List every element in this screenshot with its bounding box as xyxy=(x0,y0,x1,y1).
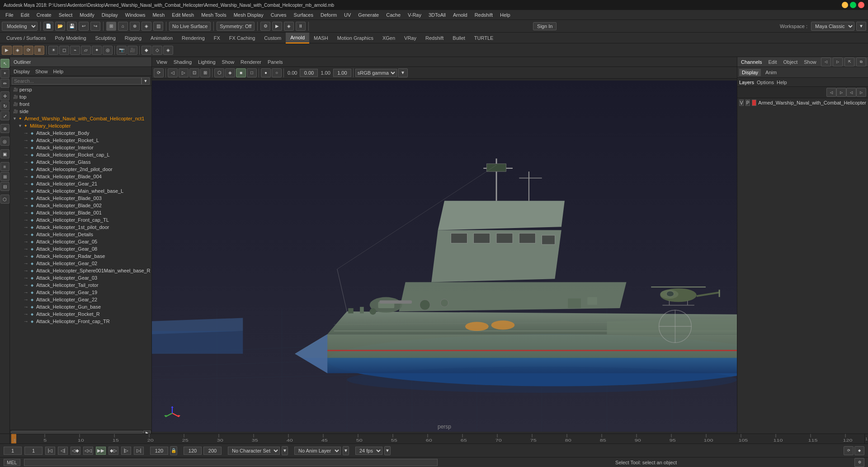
channel-box-btn[interactable]: ⊟ xyxy=(0,182,9,191)
arnold-shader2-btn[interactable]: ◇ xyxy=(152,46,162,55)
menu-help[interactable]: Help xyxy=(496,11,514,19)
vp-icon-1[interactable]: ⟳ xyxy=(154,68,164,77)
move-tool-btn[interactable]: ✛ xyxy=(0,91,9,100)
close-btn[interactable] xyxy=(858,2,864,8)
outliner-item-persp[interactable]: 🎥 persp xyxy=(10,86,151,93)
list-item[interactable]: →◆Attack_Helicopter_Details xyxy=(10,231,151,238)
set-key-btn[interactable]: ◆ xyxy=(854,446,864,455)
help-tab[interactable]: Help xyxy=(777,80,787,85)
outliner-item-heli-group[interactable]: ▼ ✦ Military_Helicopter xyxy=(10,122,151,129)
vp-icon-wire[interactable]: □ xyxy=(247,68,257,77)
vp-icon-5[interactable]: ⊞ xyxy=(200,68,210,77)
vp-icon-8[interactable]: ● xyxy=(261,68,271,77)
step-fwd-btn[interactable]: |▷ xyxy=(121,447,131,455)
snap-point-btn[interactable]: ⊕ xyxy=(130,22,140,31)
list-item[interactable]: →◆Attack_Helicopter_1st_pilot_door xyxy=(10,224,151,231)
arnold-area-light-btn[interactable]: ▱ xyxy=(81,46,91,55)
vp-icon-9[interactable]: ○ xyxy=(272,68,282,77)
layers-tab[interactable]: Layers xyxy=(739,80,754,85)
list-item[interactable]: →◆Attack_Helicopter_Blade_002 xyxy=(10,202,151,209)
outliner-btn[interactable]: ⊞ xyxy=(0,172,9,181)
window-controls[interactable] xyxy=(842,2,864,8)
timeline[interactable]: 1 5 10 15 20 25 30 35 40 45 50 xyxy=(0,434,868,443)
arnold-cam2-btn[interactable]: 🎥 xyxy=(127,46,137,55)
renderer-menu[interactable]: Renderer xyxy=(238,59,264,65)
menu-edit-mesh[interactable]: Edit Mesh xyxy=(168,11,198,19)
scale-tool-btn[interactable]: ⤢ xyxy=(0,111,9,120)
snap-tool-btn[interactable]: ⊕ xyxy=(0,124,9,133)
list-item[interactable]: →◆Attack_Helocopter_2nd_pilot_door xyxy=(10,166,151,173)
list-item[interactable]: →◆Attack_Helicopter_Gear_22 xyxy=(10,296,151,303)
go-start-btn[interactable]: |◁ xyxy=(45,447,55,455)
arnold-sky-btn[interactable]: ⌁ xyxy=(70,46,80,55)
object-tab[interactable]: Object xyxy=(781,59,799,65)
menu-cache[interactable]: Cache xyxy=(382,11,404,19)
list-item[interactable]: →◆Attack_Helicopter_Rocket_cap_L xyxy=(10,151,151,158)
tab-mash[interactable]: MASH xyxy=(309,33,333,43)
snap-curve-btn[interactable]: ⌂ xyxy=(118,22,128,31)
frame-end-lock[interactable]: 🔒 xyxy=(170,446,177,455)
tab-vray[interactable]: VRay xyxy=(400,33,421,43)
list-item[interactable]: →◆Attack_Helicopter_Gear_03 xyxy=(10,274,151,281)
workspace-arrow-btn[interactable]: ▼ xyxy=(856,22,866,31)
channels-tab[interactable]: Channels xyxy=(739,59,764,65)
arnold-photom-btn[interactable]: ✦ xyxy=(92,46,102,55)
tab-motion-graphics[interactable]: Motion Graphics xyxy=(333,33,378,43)
arnold-ipr-btn[interactable]: ◈ xyxy=(13,46,23,55)
fps-arrow[interactable]: ▼ xyxy=(384,446,391,455)
list-item[interactable]: →◆Attack_Helicopter_Gear_05 xyxy=(10,238,151,245)
menu-redshift[interactable]: Redshift xyxy=(471,11,496,19)
fps-select[interactable]: 24 fps xyxy=(355,447,382,455)
tab-fx[interactable]: FX xyxy=(209,33,225,43)
rp-icon2[interactable]: ▷ xyxy=(833,57,843,67)
tab-xgen[interactable]: XGen xyxy=(378,33,400,43)
open-scene-btn[interactable]: 📂 xyxy=(55,22,65,31)
snap-grid-btn[interactable]: ⊞ xyxy=(106,22,116,31)
menu-edit[interactable]: Edit xyxy=(17,11,33,19)
menu-mesh-display[interactable]: Mesh Display xyxy=(230,11,267,19)
arnold-light-btn[interactable]: ☀ xyxy=(48,46,58,55)
arnold-shader-btn[interactable]: ◆ xyxy=(142,46,151,55)
frame-end-field1[interactable] xyxy=(150,447,168,455)
show-menu[interactable]: Show xyxy=(219,59,237,65)
viewport-3d[interactable]: persp xyxy=(152,79,737,434)
vp-icon-3[interactable]: ▷ xyxy=(179,68,189,77)
list-item[interactable]: →◆Attack_Helicopter_Main_wheel_base_L xyxy=(10,187,151,195)
view-menu[interactable]: View xyxy=(154,59,170,65)
list-item[interactable]: →◆Attack_Helicopter_Rocket_L xyxy=(10,137,151,144)
resolution-field[interactable] xyxy=(300,69,318,77)
list-item[interactable]: →◆Attack_Helicopter_Body xyxy=(10,129,151,137)
list-item[interactable]: →◆Attack_Helicopter_Gear_21 xyxy=(10,180,151,187)
layer-visible-btn[interactable]: V xyxy=(739,100,744,106)
rp-scroll3[interactable]: ◁ xyxy=(846,88,856,97)
undo-btn[interactable]: ↩ xyxy=(79,22,89,31)
tab-sculpting[interactable]: Sculpting xyxy=(91,33,120,43)
vp-icon-2[interactable]: ◁ xyxy=(168,68,178,77)
ipr-btn[interactable]: ◈ xyxy=(284,22,294,31)
step-back-btn[interactable]: ◁| xyxy=(58,447,68,455)
display-tab[interactable]: Display xyxy=(739,69,761,76)
sign-in-btn[interactable]: Sign In xyxy=(533,22,557,30)
menu-vray[interactable]: V-Ray xyxy=(404,11,425,19)
vp-icon-4[interactable]: ⊡ xyxy=(189,68,199,77)
rotate-tool-btn[interactable]: ↻ xyxy=(0,101,9,110)
menu-surfaces[interactable]: Surfaces xyxy=(290,11,317,19)
menu-select[interactable]: Select xyxy=(55,11,76,19)
frame-end-field2[interactable] xyxy=(184,447,202,455)
list-item[interactable]: →◆Attack_Helocopter_Sphere001Main_wheel_… xyxy=(10,267,151,274)
maximize-btn[interactable] xyxy=(850,2,856,8)
options-tab[interactable]: Options xyxy=(757,80,774,85)
workspace-select[interactable]: Maya Classic xyxy=(811,22,854,31)
vp-icon-shaded[interactable]: ■ xyxy=(236,68,246,77)
tab-bullet[interactable]: Bullet xyxy=(448,33,470,43)
rp-float-btn[interactable]: ⧉ xyxy=(856,57,866,67)
list-item[interactable]: →◆Attack_Helicopter_Rocket_R xyxy=(10,310,151,318)
anim-layer-arrow[interactable]: ▼ xyxy=(343,446,349,455)
no-anim-layer[interactable]: No Anim Layer xyxy=(294,447,341,455)
menu-generate[interactable]: Generate xyxy=(354,11,382,19)
rp-scroll-down[interactable]: ▷ xyxy=(836,88,846,97)
scale-field[interactable] xyxy=(333,69,351,77)
panels-menu[interactable]: Panels xyxy=(265,59,286,65)
arnold-vol-btn[interactable]: ◎ xyxy=(103,46,113,55)
menu-windows[interactable]: Windows xyxy=(122,11,149,19)
